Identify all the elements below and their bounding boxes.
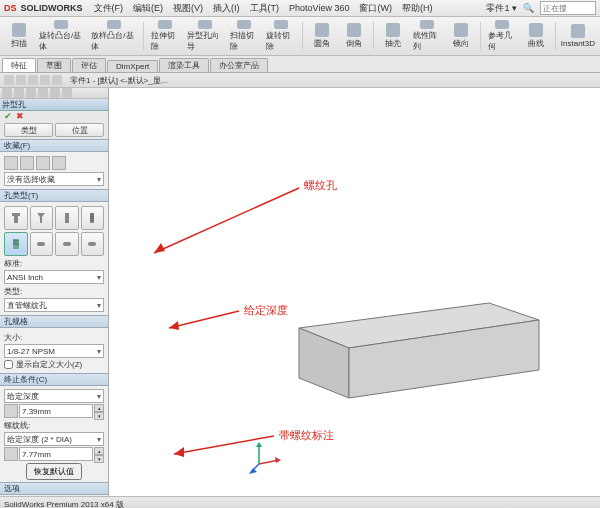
panel-tab-icon[interactable] xyxy=(62,88,72,98)
svg-rect-7 xyxy=(88,242,96,246)
menubar: DS SOLIDWORKS 文件(F) 编辑(E) 视图(V) 插入(I) 工具… xyxy=(0,0,600,17)
panel-tab-icon[interactable] xyxy=(14,88,24,98)
svg-marker-19 xyxy=(174,447,184,457)
thread-depth-icon xyxy=(4,447,18,461)
panel-tab-icon[interactable] xyxy=(26,88,36,98)
panel-confirm-bar: ✔ ✖ xyxy=(0,111,108,121)
spin-up[interactable]: ▴ xyxy=(94,447,104,455)
annotation-thread-callout: 带螺纹标注 xyxy=(279,428,334,443)
mini-btn[interactable] xyxy=(16,75,26,85)
type-dropdown[interactable]: 直管螺纹孔 xyxy=(4,298,104,312)
ribbon-chamfer[interactable]: 倒角 xyxy=(339,19,369,53)
menu-window[interactable]: 窗口(W) xyxy=(359,2,392,15)
ribbon-pattern[interactable]: 线性阵列 xyxy=(410,19,444,53)
mini-btn[interactable] xyxy=(4,75,14,85)
panel-title: 异型孔 xyxy=(0,99,108,111)
thread-depth-input[interactable]: 7.77mm xyxy=(19,447,93,461)
section-endcond[interactable]: 终止条件(C) xyxy=(0,373,108,386)
ribbon-sweep[interactable]: 扫描 xyxy=(4,19,34,53)
standard-label: 标准: xyxy=(4,258,104,269)
menu-tools[interactable]: 工具(T) xyxy=(250,2,280,15)
view-triad-icon[interactable] xyxy=(249,438,285,476)
search-icon[interactable]: 🔍 xyxy=(523,3,534,13)
holetype-countersink[interactable] xyxy=(30,206,54,230)
ribbon-curves[interactable]: 曲线 xyxy=(521,19,551,53)
section-options[interactable]: 选项 xyxy=(0,482,108,495)
spin-up[interactable]: ▴ xyxy=(94,404,104,412)
fav-icon[interactable] xyxy=(36,156,50,170)
menu-view[interactable]: 视图(V) xyxy=(173,2,203,15)
holetype-slot3[interactable] xyxy=(81,232,105,256)
svg-marker-25 xyxy=(249,468,257,474)
cancel-icon[interactable]: ✖ xyxy=(16,111,24,121)
fav-icon[interactable] xyxy=(4,156,18,170)
tab-render[interactable]: 渲染工具 xyxy=(159,58,209,72)
panel-tab-icon[interactable] xyxy=(2,88,12,98)
panel-tab-icon[interactable] xyxy=(50,88,60,98)
svg-line-14 xyxy=(154,188,299,253)
ribbon-extrude-cut[interactable]: 拉伸切除 xyxy=(148,19,182,53)
holetype-hole[interactable] xyxy=(55,206,79,230)
type-label: 类型: xyxy=(4,286,104,297)
ribbon-shell[interactable]: 抽壳 xyxy=(378,19,408,53)
tab-features[interactable]: 特征 xyxy=(2,58,36,72)
app-logo-icon: DS xyxy=(4,3,17,13)
menu-file[interactable]: 文件(F) xyxy=(94,2,124,15)
holetype-pipe-tap[interactable] xyxy=(4,232,28,256)
mini-btn[interactable] xyxy=(52,75,62,85)
section-favorites[interactable]: 收藏(F) xyxy=(0,139,108,152)
holetype-tap[interactable] xyxy=(81,206,105,230)
tab-position-button[interactable]: 位置 xyxy=(55,123,104,137)
fav-icon[interactable] xyxy=(52,156,66,170)
spin-down[interactable]: ▾ xyxy=(94,455,104,463)
depth-input[interactable]: 7.39mm xyxy=(19,404,93,418)
section-spec[interactable]: 孔规格 xyxy=(0,315,108,328)
ribbon-instant3d[interactable]: Instant3D xyxy=(560,19,596,53)
tab-office[interactable]: 办公室产品 xyxy=(210,58,268,72)
panel-tab-icon[interactable] xyxy=(38,88,48,98)
mini-btn[interactable] xyxy=(28,75,38,85)
custom-size-checkbox[interactable]: 显示自定义大小(Z) xyxy=(4,359,104,370)
menu-photoview[interactable]: PhotoView 360 xyxy=(289,3,349,13)
ribbon-revolve[interactable]: 旋转凸台/基体 xyxy=(36,19,86,53)
tab-sketch[interactable]: 草图 xyxy=(37,58,71,72)
size-label: 大小: xyxy=(4,332,104,343)
thread-depth-label: 螺纹线: xyxy=(4,420,104,431)
menu-edit[interactable]: 编辑(E) xyxy=(133,2,163,15)
3d-part[interactable] xyxy=(289,298,549,408)
menu-insert[interactable]: 插入(I) xyxy=(213,2,240,15)
doc-title[interactable]: 零件1 ▾ xyxy=(486,2,517,15)
tab-evaluate[interactable]: 评估 xyxy=(72,58,106,72)
spin-down[interactable]: ▾ xyxy=(94,412,104,420)
status-bar: SolidWorks Premium 2013 x64 版 xyxy=(0,496,600,508)
restore-defaults-button[interactable]: 恢复默认值 xyxy=(26,463,82,480)
ribbon-loft[interactable]: 放样凸台/基体 xyxy=(88,19,138,53)
holetype-slot2[interactable] xyxy=(55,232,79,256)
annotation-blind-depth: 给定深度 xyxy=(244,303,288,318)
mini-btn[interactable] xyxy=(40,75,50,85)
endcond-dropdown[interactable]: 给定深度 xyxy=(4,389,104,403)
menu-help[interactable]: 帮助(H) xyxy=(402,2,433,15)
section-holetype[interactable]: 孔类型(T) xyxy=(0,189,108,202)
depth-icon xyxy=(4,404,18,418)
graphics-viewport[interactable]: 螺纹孔 给定深度 带螺纹标注 xyxy=(109,88,600,496)
thread-cond-dropdown[interactable]: 给定深度 (2 * DIA) xyxy=(4,432,104,446)
ribbon-hole-wizard[interactable]: 异型孔向导 xyxy=(184,19,225,53)
fav-icon[interactable] xyxy=(20,156,34,170)
standard-dropdown[interactable]: ANSI Inch xyxy=(4,270,104,284)
ribbon-fillet[interactable]: 圆角 xyxy=(307,19,337,53)
search-input[interactable] xyxy=(540,1,596,15)
ribbon-mirror[interactable]: 镜向 xyxy=(446,19,476,53)
ribbon-refgeom[interactable]: 参考几何 xyxy=(485,19,519,53)
tab-dimxpert[interactable]: DimXpert xyxy=(107,60,158,72)
tab-type-button[interactable]: 类型 xyxy=(4,123,53,137)
holetype-slot1[interactable] xyxy=(30,232,54,256)
favorites-dropdown[interactable]: 没有选择收藏 xyxy=(4,172,104,186)
ribbon: 扫描 旋转凸台/基体 放样凸台/基体 拉伸切除 异型孔向导 扫描切除 旋转切除 … xyxy=(0,17,600,56)
holetype-counterbore[interactable] xyxy=(4,206,28,230)
feature-tabs: 特征 草图 评估 DimXpert 渲染工具 办公室产品 xyxy=(0,56,600,73)
ribbon-sweep-cut[interactable]: 扫描切除 xyxy=(227,19,261,53)
ok-icon[interactable]: ✔ xyxy=(4,111,12,121)
size-dropdown[interactable]: 1/8-27 NPSM xyxy=(4,344,104,358)
ribbon-revolve-cut[interactable]: 旋转切除 xyxy=(263,19,297,53)
